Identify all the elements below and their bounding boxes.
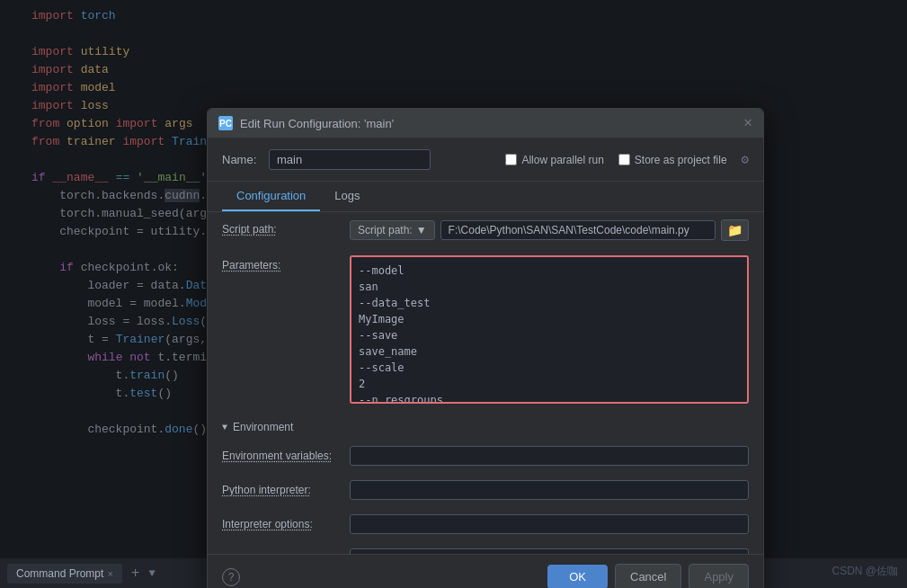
parameters-textarea[interactable]: --model san --data_test MyImage --save s…: [350, 255, 749, 404]
script-path-row: Script path: Script path: ▼ 📁: [208, 212, 763, 248]
dialog-title-text: Edit Run Configuration: 'main': [240, 117, 394, 130]
dialog-footer: ? OK Cancel Apply: [208, 554, 763, 588]
parameters-row: Parameters: --model san --data_test MyIm…: [208, 248, 763, 415]
python-interpreter-row: Python interpreter:: [208, 473, 763, 507]
env-variables-input[interactable]: [350, 446, 749, 466]
dialog-icon: PC: [218, 116, 233, 130]
environment-section-header[interactable]: ▼ Environment: [208, 415, 763, 439]
dialog-title-bar: PC Edit Run Configuration: 'main' ✕: [208, 109, 763, 138]
store-as-project-file-label[interactable]: Store as project file: [618, 154, 727, 166]
apply-button[interactable]: Apply: [689, 564, 749, 588]
terminal-tab-label: Command Prompt: [16, 567, 103, 580]
interpreter-options-value: [350, 514, 749, 534]
dialog-name-row: Name: Allow parallel run Store as projec…: [208, 138, 763, 182]
working-directory-input[interactable]: [350, 548, 749, 554]
python-interpreter-input[interactable]: [350, 480, 749, 500]
script-path-dropdown[interactable]: Script path: ▼: [350, 220, 435, 240]
python-interpreter-label: Python interpreter:: [222, 480, 339, 496]
working-directory-value: [350, 548, 749, 554]
parameters-wrapper: --model san --data_test MyImage --save s…: [350, 255, 749, 408]
resize-handle[interactable]: [749, 255, 756, 408]
allow-parallel-run-label[interactable]: Allow parallel run: [505, 154, 603, 166]
dialog-tabs: Configuration Logs: [208, 182, 763, 212]
name-label: Name:: [222, 153, 258, 166]
cancel-button[interactable]: Cancel: [615, 564, 681, 588]
parameters-label: Parameters:: [222, 255, 339, 272]
script-path-value: Script path: ▼ 📁: [350, 219, 749, 241]
interpreter-options-row: Interpreter options:: [208, 507, 763, 541]
store-as-project-file-checkbox[interactable]: [618, 154, 630, 165]
dialog-title-left: PC Edit Run Configuration: 'main': [218, 116, 394, 130]
dialog-config-content: Script path: Script path: ▼ 📁 Parameters…: [208, 212, 763, 554]
environment-arrow: ▼: [222, 423, 227, 432]
interpreter-options-label: Interpreter options:: [222, 514, 339, 530]
csdn-watermark: CSDN @佐咖: [831, 564, 898, 579]
script-path-label: Script path:: [222, 219, 339, 236]
terminal-tab[interactable]: Command Prompt ×: [7, 564, 122, 584]
add-terminal-button[interactable]: +: [128, 566, 144, 582]
allow-parallel-run-checkbox[interactable]: [505, 154, 517, 165]
close-button[interactable]: ✕: [743, 116, 752, 130]
interpreter-options-input[interactable]: [350, 514, 749, 534]
help-button[interactable]: ?: [222, 568, 240, 586]
ok-button[interactable]: OK: [547, 565, 608, 588]
terminal-tab-close[interactable]: ×: [107, 568, 112, 579]
python-interpreter-value: [350, 480, 749, 500]
terminal-tab-arrow[interactable]: ▼: [148, 567, 155, 580]
env-variables-value: [350, 446, 749, 466]
dialog-checkboxes: Allow parallel run Store as project file…: [505, 152, 749, 167]
env-variables-row: Environment variables:: [208, 439, 763, 473]
working-directory-label: Working directory:: [222, 548, 339, 554]
environment-section-label: Environment: [233, 421, 293, 433]
tab-logs[interactable]: Logs: [320, 182, 374, 211]
tab-configuration[interactable]: Configuration: [222, 182, 320, 211]
settings-icon[interactable]: ⚙: [742, 152, 749, 167]
name-input[interactable]: [269, 149, 431, 170]
script-path-input[interactable]: [440, 220, 716, 240]
run-config-dialog: PC Edit Run Configuration: 'main' ✕ Name…: [207, 108, 764, 588]
working-directory-row: Working directory:: [208, 541, 763, 554]
folder-browse-button[interactable]: 📁: [721, 219, 749, 241]
env-variables-label: Environment variables:: [222, 446, 339, 462]
